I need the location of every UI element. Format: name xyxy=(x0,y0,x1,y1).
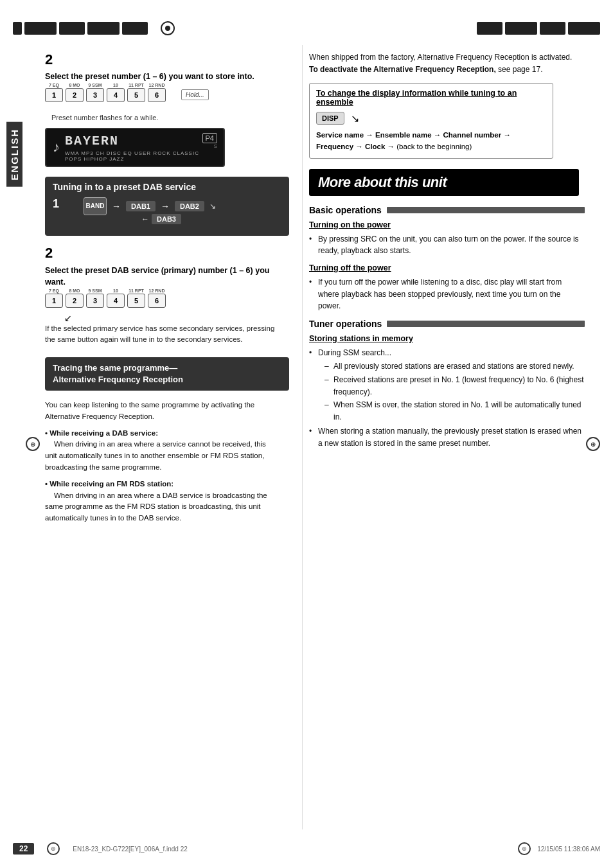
tuner-operations-title: Tuner operations xyxy=(309,319,382,329)
bar-seg-r2 xyxy=(505,22,537,35)
preset2-top-2: 8 MO xyxy=(66,288,83,293)
left-column: ENGLISH 2 Select the preset number (1 – … xyxy=(0,45,296,829)
turning-off-title: Turning off the power xyxy=(309,263,585,272)
preset-num-6: 6 xyxy=(155,91,159,99)
ssm-sub-3: When SSM is over, the station stored in … xyxy=(324,399,585,423)
bayern-display-content: BAYERN P4 S WMA MP3 CH DISC EQ USER ROCK… xyxy=(65,133,217,162)
preset-btn-2[interactable]: 8 MO 2 xyxy=(66,88,84,102)
tracing-bullet1-title: • While receiving a DAB service: xyxy=(45,429,158,437)
tuning-preset-box: Tuning in to a preset DAB service 1 BAND… xyxy=(45,177,289,236)
bar-seg-4 xyxy=(87,22,120,35)
bayern-right: P4 S xyxy=(199,133,217,149)
bottom-left-circle: ⊕ xyxy=(47,842,60,855)
manual-store-bullet: When storing a station manually, the pre… xyxy=(309,425,585,449)
alt-freq-bold: To deactivate the Alternative Frequency … xyxy=(309,65,496,74)
tuning-box-title: Tuning in to a preset DAB service xyxy=(53,182,281,192)
preset-top-3: 9 SSM xyxy=(87,83,103,87)
preset-btn2-6[interactable]: 12 RND 6 xyxy=(148,294,166,308)
disc-indicator: S xyxy=(214,143,217,149)
preset-buttons-row1: 7 EQ 1 8 MO 2 9 SSM 3 10 xyxy=(45,88,276,102)
preset-buttons-container2: 7 EQ 1 8 MO 2 9 SSM 3 10 4 xyxy=(45,294,276,308)
music-note-icon: ♪ xyxy=(53,139,60,155)
preset2-top-4: 10 xyxy=(107,288,124,293)
wma-bar: WMA MP3 CH DISC EQ USER ROCK CLASSIC POP… xyxy=(65,150,217,162)
preset-btn-1[interactable]: 7 EQ 1 xyxy=(45,88,63,102)
dab-back-row: ← DAB3 xyxy=(141,214,216,224)
ssm-sub-1: All previously stored stations are erase… xyxy=(324,360,585,373)
tuner-operations-header: Tuner operations xyxy=(309,319,585,329)
english-label: ENGLISH xyxy=(6,122,22,187)
top-center-circle-inner xyxy=(165,26,170,31)
alt-freq-line1: When shipped from the factory, Alternati… xyxy=(309,53,572,62)
top-bar-left xyxy=(13,22,148,35)
preset2-top-1: 7 EQ xyxy=(46,288,62,293)
tracing-body: You can keep listening to the same progr… xyxy=(45,400,276,524)
bar-seg-5 xyxy=(122,22,148,35)
preset-num-1: 1 xyxy=(52,91,56,99)
bottom-right-circle-icon: ⊕ xyxy=(522,846,527,852)
preset2-num-3: 3 xyxy=(93,297,97,305)
tracing-bullet2-body: When driving in an area where a DAB serv… xyxy=(45,492,267,522)
display-info-title: To change the display information while … xyxy=(316,89,546,107)
dab-diagram: BAND → DAB1 → DAB2 ↘ ← DAB3 xyxy=(64,197,216,224)
preset-btn2-2[interactable]: 8 MO 2 xyxy=(66,294,84,308)
preset-num-3: 3 xyxy=(93,91,97,99)
preset-top-1: 7 EQ xyxy=(46,83,62,87)
step2-preset-section: 2 Select the preset number (1 – 6) you w… xyxy=(45,51,276,167)
bar-seg-r1 xyxy=(477,22,502,35)
preset2-num-1: 1 xyxy=(52,297,56,305)
preset-btn2-4[interactable]: 10 4 xyxy=(107,294,125,308)
display-info-desc: Service name → Ensemble name → Channel n… xyxy=(316,130,546,153)
turning-on-bullet: By pressing SRC on the unit, you can als… xyxy=(309,233,585,257)
main-content: ENGLISH 2 Select the preset number (1 – … xyxy=(0,45,613,829)
preset-top-6: 12 RND xyxy=(148,83,165,87)
basic-operations-title: Basic operations xyxy=(309,205,382,215)
band-button[interactable]: BAND xyxy=(84,197,107,215)
disp-button[interactable]: DISP xyxy=(316,112,344,125)
dab-arrow-turn: ↘ xyxy=(209,202,216,211)
preset-btn-5[interactable]: 11 RPT 5 xyxy=(127,88,145,102)
turning-on-title: Turning on the power xyxy=(309,220,585,229)
tracing-bullet1: • While receiving a DAB service: When dr… xyxy=(45,428,276,474)
dab-select-arrow: ↙ xyxy=(64,313,276,323)
step2-dab-number: 2 xyxy=(45,245,53,261)
preset2-num-4: 4 xyxy=(114,297,118,305)
preset-btn-6[interactable]: 12 RND 6 xyxy=(148,88,166,102)
bar-seg-3 xyxy=(59,22,85,35)
tracing-box: Tracing the same programme—Alternative F… xyxy=(45,357,289,391)
turning-off-bullet: If you turn off the power while listenin… xyxy=(309,276,585,312)
preset-note: Preset number flashes for a while. xyxy=(51,114,276,121)
basic-operations-bar xyxy=(387,207,585,213)
preset-top-4: 10 xyxy=(107,83,124,87)
top-bar-right xyxy=(477,22,600,35)
bar-seg-2 xyxy=(24,22,57,35)
tuning-diagram-container: BAND → DAB1 → DAB2 ↘ ← DAB3 xyxy=(64,197,216,231)
bar-seg-1 xyxy=(13,22,22,35)
turning-off-text: If you turn off the power while listenin… xyxy=(309,276,585,312)
preset-btn2-3[interactable]: 9 SSM 3 xyxy=(86,294,104,308)
preset-btn2-5[interactable]: 11 RPT 5 xyxy=(127,294,145,308)
secondary-note: If the selected primary service has some… xyxy=(45,323,276,346)
top-center-circle xyxy=(161,21,175,35)
preset2-num-6: 6 xyxy=(155,297,159,305)
bottom-bar: 22 ⊕ EN18-23_KD-G722[EY]_006A_f.indd 22 … xyxy=(0,842,613,855)
dab-arrow-1: → xyxy=(112,201,121,211)
step2-dab-text: Select the preset DAB service (primary) … xyxy=(45,265,276,289)
preset-buttons-container: 7 EQ 1 8 MO 2 9 SSM 3 10 xyxy=(45,88,276,102)
tracing-bullet2-title: • While receiving an FM RDS station: xyxy=(45,480,173,488)
dab2-box: DAB2 xyxy=(175,201,204,211)
disp-btn-area: DISP ↘ xyxy=(316,112,546,125)
preset-btn2-1[interactable]: 7 EQ 1 xyxy=(45,294,63,308)
preset-btn-4[interactable]: 10 4 xyxy=(107,88,125,102)
tracing-bullet1-body: When driving in an area where a service … xyxy=(45,440,266,471)
preset-top-2: 8 MO xyxy=(66,83,83,87)
ssm-sub-2: Received stations are preset in No. 1 (l… xyxy=(324,374,585,398)
display-info-rest: (back to the beginning) xyxy=(396,143,472,150)
tracing-bullet2: • While receiving an FM RDS station: Whe… xyxy=(45,479,276,524)
preset-num-2: 2 xyxy=(73,91,76,99)
bottom-filename: EN18-23_KD-G722[EY]_006A_f.indd 22 xyxy=(73,846,187,853)
tuning-step1: 1 BAND → DAB1 → DAB2 ↘ xyxy=(53,197,281,231)
preset2-top-6: 12 RND xyxy=(148,288,165,293)
tracing-box-title: Tracing the same programme—Alternative F… xyxy=(53,362,281,385)
preset-btn-3[interactable]: 9 SSM 3 xyxy=(86,88,104,102)
